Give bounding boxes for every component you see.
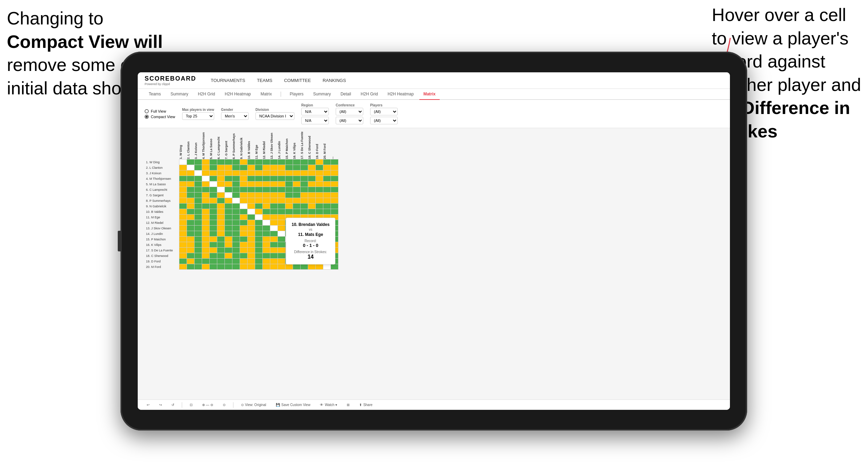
matrix-cell[interactable] bbox=[179, 204, 187, 209]
matrix-cell[interactable] bbox=[194, 231, 202, 237]
matrix-cell[interactable] bbox=[300, 204, 308, 209]
matrix-cell[interactable] bbox=[194, 226, 202, 231]
matrix-cell[interactable] bbox=[270, 237, 278, 242]
matrix-cell[interactable] bbox=[224, 198, 232, 204]
matrix-cell[interactable] bbox=[255, 209, 262, 215]
matrix-cell[interactable] bbox=[285, 187, 293, 193]
matrix-cell[interactable] bbox=[315, 170, 323, 176]
matrix-cell[interactable] bbox=[255, 237, 262, 242]
matrix-cell[interactable] bbox=[202, 242, 209, 248]
matrix-cell[interactable] bbox=[240, 264, 247, 270]
matrix-cell[interactable] bbox=[331, 159, 338, 165]
matrix-cell[interactable] bbox=[209, 193, 217, 198]
matrix-cell[interactable] bbox=[293, 204, 300, 209]
matrix-cell[interactable] bbox=[315, 165, 323, 170]
matrix-cell[interactable] bbox=[285, 176, 293, 181]
matrix-cell[interactable] bbox=[315, 176, 323, 181]
matrix-cell[interactable] bbox=[232, 165, 240, 170]
matrix-cell[interactable] bbox=[323, 193, 331, 198]
conference-select[interactable]: (All) bbox=[336, 108, 363, 115]
matrix-cell[interactable] bbox=[240, 220, 247, 226]
matrix-cell[interactable] bbox=[262, 253, 270, 259]
matrix-cell[interactable] bbox=[209, 248, 217, 253]
matrix-cell[interactable] bbox=[187, 226, 194, 231]
matrix-cell[interactable] bbox=[179, 226, 187, 231]
matrix-cell[interactable] bbox=[240, 226, 247, 231]
matrix-cell[interactable] bbox=[331, 170, 338, 176]
matrix-cell[interactable] bbox=[202, 181, 209, 187]
matrix-cell[interactable] bbox=[194, 198, 202, 204]
matrix-cell[interactable] bbox=[217, 187, 224, 193]
matrix-cell[interactable] bbox=[323, 198, 331, 204]
tab-h2h-heatmap-outer[interactable]: H2H Heatmap bbox=[221, 89, 255, 100]
matrix-cell[interactable] bbox=[202, 253, 209, 259]
matrix-cell[interactable] bbox=[240, 165, 247, 170]
matrix-cell[interactable] bbox=[217, 264, 224, 270]
matrix-cell[interactable] bbox=[217, 176, 224, 181]
matrix-cell[interactable] bbox=[217, 159, 224, 165]
matrix-cell[interactable] bbox=[262, 226, 270, 231]
tab-matrix-inner[interactable]: Matrix bbox=[419, 89, 440, 100]
matrix-cell[interactable] bbox=[240, 187, 247, 193]
players-select[interactable]: (All) bbox=[370, 108, 398, 115]
matrix-cell[interactable] bbox=[270, 187, 278, 193]
matrix-cell[interactable] bbox=[270, 204, 278, 209]
matrix-cell[interactable] bbox=[217, 193, 224, 198]
gender-select[interactable]: Men's bbox=[221, 112, 249, 120]
matrix-cell[interactable] bbox=[179, 264, 187, 270]
matrix-cell[interactable] bbox=[224, 242, 232, 248]
matrix-cell[interactable] bbox=[308, 176, 315, 181]
matrix-cell[interactable] bbox=[331, 204, 338, 209]
matrix-cell[interactable] bbox=[278, 209, 285, 215]
matrix-cell[interactable] bbox=[247, 242, 255, 248]
matrix-cell[interactable] bbox=[262, 209, 270, 215]
matrix-cell[interactable] bbox=[285, 264, 293, 270]
matrix-cell[interactable] bbox=[278, 181, 285, 187]
matrix-cell[interactable] bbox=[240, 181, 247, 187]
matrix-cell[interactable] bbox=[194, 264, 202, 270]
matrix-cell[interactable] bbox=[202, 198, 209, 204]
matrix-cell[interactable] bbox=[285, 165, 293, 170]
matrix-cell[interactable] bbox=[187, 253, 194, 259]
matrix-cell[interactable] bbox=[179, 259, 187, 264]
share-button[interactable]: ⬆ Share bbox=[357, 402, 375, 408]
nav-committee[interactable]: COMMITTEE bbox=[283, 76, 312, 84]
matrix-cell[interactable] bbox=[202, 165, 209, 170]
watch-button[interactable]: 👁 Watch ▾ bbox=[318, 402, 339, 408]
matrix-cell[interactable] bbox=[270, 226, 278, 231]
matrix-cell[interactable] bbox=[262, 264, 270, 270]
matrix-cell[interactable] bbox=[255, 248, 262, 253]
matrix-cell[interactable] bbox=[270, 159, 278, 165]
tab-h2h-grid-inner[interactable]: H2H Grid bbox=[357, 89, 382, 100]
matrix-cell[interactable] bbox=[232, 237, 240, 242]
matrix-cell[interactable] bbox=[270, 198, 278, 204]
matrix-cell[interactable] bbox=[224, 231, 232, 237]
matrix-cell[interactable] bbox=[187, 165, 194, 170]
matrix-cell[interactable] bbox=[179, 198, 187, 204]
matrix-cell[interactable] bbox=[179, 209, 187, 215]
matrix-cell[interactable] bbox=[187, 176, 194, 181]
matrix-cell[interactable] bbox=[187, 231, 194, 237]
matrix-cell[interactable] bbox=[247, 264, 255, 270]
reset-button[interactable]: ↺ bbox=[169, 402, 176, 408]
matrix-cell[interactable] bbox=[262, 176, 270, 181]
matrix-cell[interactable] bbox=[255, 253, 262, 259]
matrix-cell[interactable] bbox=[308, 159, 315, 165]
matrix-cell[interactable] bbox=[224, 187, 232, 193]
matrix-cell[interactable] bbox=[300, 170, 308, 176]
matrix-cell[interactable] bbox=[247, 193, 255, 198]
matrix-cell[interactable] bbox=[217, 248, 224, 253]
matrix-cell[interactable] bbox=[315, 187, 323, 193]
matrix-cell[interactable] bbox=[217, 237, 224, 242]
matrix-cell[interactable] bbox=[293, 176, 300, 181]
matrix-cell[interactable] bbox=[331, 193, 338, 198]
matrix-cell[interactable] bbox=[255, 176, 262, 181]
matrix-cell[interactable] bbox=[202, 209, 209, 215]
tab-summary-inner[interactable]: Summary bbox=[309, 89, 335, 100]
settings-button[interactable]: ⊙ bbox=[221, 402, 228, 408]
matrix-cell[interactable] bbox=[187, 220, 194, 226]
matrix-cell[interactable] bbox=[240, 231, 247, 237]
matrix-cell[interactable] bbox=[255, 226, 262, 231]
matrix-cell[interactable] bbox=[240, 176, 247, 181]
matrix-cell[interactable] bbox=[232, 264, 240, 270]
